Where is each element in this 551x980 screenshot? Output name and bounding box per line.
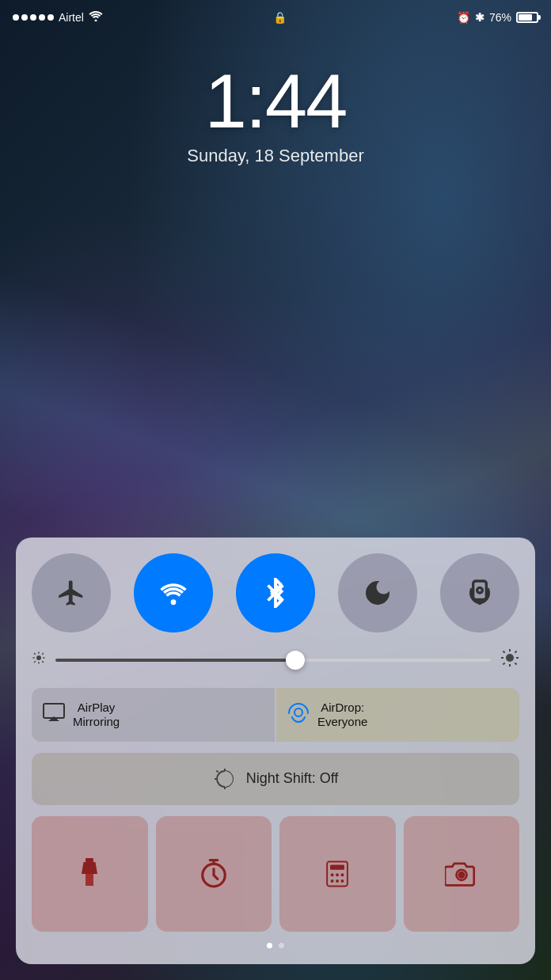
status-bar: Airtel 🔒 ⏰ ✱ 76% [0, 0, 551, 35]
svg-point-45 [341, 879, 344, 883]
alarm-icon: ⏰ [457, 11, 470, 24]
battery-indicator [516, 12, 538, 23]
toggle-row [32, 553, 519, 632]
svg-point-1 [171, 599, 177, 605]
airplay-airdrop-row: AirPlay Mirroring AirDrop: Everyone [32, 688, 519, 742]
clock-date: Sunday, 18 September [0, 146, 551, 166]
airplay-mirroring-button[interactable]: AirPlay Mirroring [32, 688, 275, 742]
svg-rect-26 [44, 704, 64, 718]
brightness-max-icon [500, 648, 519, 672]
signal-dot-2 [21, 14, 28, 21]
svg-point-40 [331, 873, 334, 876]
clock-time: 1:44 [0, 63, 551, 139]
airplane-mode-button[interactable] [32, 553, 111, 632]
svg-point-42 [341, 873, 344, 876]
svg-point-44 [336, 879, 339, 883]
clock-area: 1:44 Sunday, 18 September [0, 63, 551, 166]
brightness-slider[interactable] [55, 659, 491, 662]
svg-rect-34 [86, 858, 93, 862]
airdrop-label: AirDrop: Everyone [317, 701, 367, 729]
battery-fill [519, 14, 532, 21]
svg-line-13 [34, 653, 36, 655]
airdrop-label-line2: Everyone [317, 715, 367, 729]
timer-button[interactable] [156, 816, 272, 933]
rotation-lock-button[interactable] [440, 553, 519, 632]
svg-point-0 [94, 20, 97, 22]
svg-line-32 [216, 770, 218, 772]
svg-point-17 [506, 654, 514, 662]
svg-line-22 [504, 651, 505, 652]
signal-dot-5 [48, 14, 54, 21]
flashlight-button[interactable] [32, 816, 148, 933]
page-dot-2 [279, 943, 284, 948]
control-center: AirPlay Mirroring AirDrop: Everyone [16, 537, 535, 965]
bluetooth-button[interactable] [236, 553, 315, 632]
battery-percent: 76% [489, 11, 511, 24]
svg-point-43 [331, 879, 334, 883]
svg-point-27 [294, 708, 302, 716]
page-dot-1 [267, 943, 272, 948]
night-shift-label: Night Shift: Off [246, 770, 339, 787]
camera-button[interactable] [404, 816, 520, 933]
wifi-button[interactable] [134, 553, 213, 632]
night-shift-icon [213, 767, 237, 791]
bluetooth-icon: ✱ [475, 11, 484, 24]
svg-rect-39 [330, 864, 344, 869]
carrier-label: Airtel [59, 11, 84, 24]
signal-dot-4 [39, 14, 45, 21]
signal-strength [13, 14, 54, 21]
svg-rect-6 [473, 581, 487, 599]
airdrop-label-line1: AirDrop: [317, 701, 367, 715]
svg-line-15 [42, 653, 44, 655]
svg-line-14 [42, 661, 44, 663]
status-right: ⏰ ✱ 76% [457, 11, 538, 24]
night-shift-button[interactable]: Night Shift: Off [32, 753, 519, 805]
brightness-min-icon [32, 651, 46, 669]
calculator-button[interactable] [279, 816, 396, 933]
signal-dot-3 [30, 14, 36, 21]
status-center: 🔒 [273, 11, 287, 24]
airplay-label-line2: Mirroring [73, 715, 120, 729]
lock-icon: 🔒 [273, 11, 287, 24]
svg-line-16 [34, 661, 36, 663]
svg-point-47 [458, 872, 464, 878]
brightness-thumb[interactable] [286, 651, 305, 670]
airplay-label-line1: AirPlay [73, 701, 120, 715]
airplay-icon [43, 703, 65, 727]
page-indicator [32, 943, 519, 948]
svg-point-8 [36, 655, 41, 660]
svg-line-24 [515, 651, 516, 652]
airdrop-button[interactable]: AirDrop: Everyone [276, 688, 519, 742]
svg-line-25 [504, 663, 505, 664]
airplay-label: AirPlay Mirroring [73, 701, 120, 729]
signal-dot-1 [13, 14, 19, 21]
do-not-disturb-button[interactable] [338, 553, 417, 632]
airdrop-icon [287, 701, 310, 728]
status-left: Airtel [13, 10, 103, 25]
brightness-row [32, 648, 519, 672]
shortcuts-row [32, 816, 519, 933]
svg-point-7 [477, 587, 483, 593]
wifi-status-icon [89, 10, 103, 25]
svg-point-41 [336, 873, 339, 876]
svg-line-23 [515, 663, 516, 664]
